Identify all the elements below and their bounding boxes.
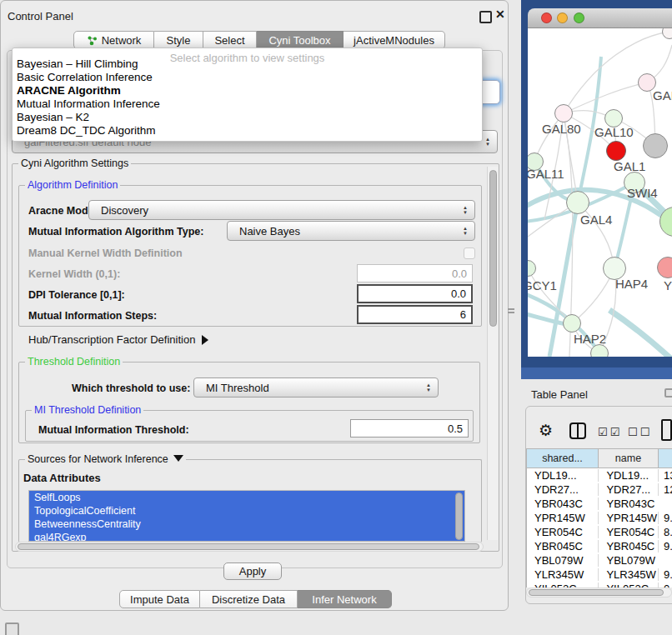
network-node-hap2[interactable] [563,314,581,332]
popup-item-dream8[interactable]: Dream8 DC_TDC Algorithm [17,124,156,138]
table-row[interactable]: YBR045CYBR045C9. [527,539,672,553]
tab-label: Infer Network [312,593,376,606]
mi-steps-field[interactable]: 6 [357,305,473,324]
popup-item-bayesian-hill-climbing[interactable]: Bayesian – Hill Climbing [17,58,138,71]
settings-horizontal-scrollbar[interactable] [15,542,484,552]
node-label-gal4: GAL4 [580,212,612,227]
close-icon[interactable]: ✕ [495,8,505,21]
attribute-item-gal4rgexp[interactable]: gal4RGexp [29,531,464,542]
tab-impute-data[interactable]: Impute Data [119,590,200,608]
dpi-tolerance-label: DPI Tolerance [0,1]: [28,289,125,301]
close-traffic-light[interactable] [541,12,552,23]
control-panel-title: Control Panel [8,10,73,22]
tab-network[interactable]: Network [73,31,154,49]
attribute-item-selfloops[interactable]: SelfLoops [29,491,464,504]
network-node-gray[interactable] [643,133,668,158]
node-label-gal80: GAL80 [542,122,581,136]
column-header-shared-name[interactable]: shared... [526,448,598,468]
table-horizontal-scrollbar-thumb[interactable] [529,589,664,596]
tab-label: Select [214,34,244,47]
hub-tf-definition-label: Hub/Transcription Factor Definition [28,333,195,346]
which-threshold-combo[interactable]: MI Threshold ▲▼ [193,378,439,398]
tab-cyni-toolbox[interactable]: Cyni Toolbox [257,31,344,49]
data-attributes-label: Data Attributes [23,472,101,484]
tab-select[interactable]: Select [203,31,257,49]
node-label-gal10: GAL10 [594,125,634,139]
tab-discretize-data[interactable]: Discretize Data [200,590,298,608]
data-attributes-list: SelfLoops TopologicalCoefficient Between… [28,490,465,542]
tab-infer-network[interactable]: Infer Network [298,590,392,608]
tab-label: jActiveMNodules [354,34,434,47]
dpi-tolerance-value: 0.0 [451,288,466,300]
combo-spinner-icon: ▲▼ [463,206,468,215]
column-header-partial[interactable] [658,448,672,468]
attribute-item-topologicalcoefficient[interactable]: TopologicalCoefficient [29,504,464,518]
table-row[interactable]: YIL052CYIL052C0. [527,582,672,588]
aracne-mode-value: Discovery [89,204,148,217]
network-node-gal80[interactable] [554,104,573,122]
network-icon [87,35,98,46]
gear-icon[interactable]: ⚙ [539,421,553,440]
dpi-tolerance-field[interactable]: 0.0 [357,284,473,303]
minimize-traffic-light[interactable] [557,12,568,23]
node-label-gal1: GAL1 [614,159,645,173]
list-scrollbar-thumb[interactable] [455,492,463,540]
popup-item-bayesian-k2[interactable]: Bayesian – K2 [17,111,89,124]
popup-item-aracne[interactable]: ARACNE Algorithm [17,84,121,98]
network-node-gal4[interactable] [566,191,589,214]
combo-spinner-icon: ▲▼ [463,227,468,236]
algorithm-popup: Select algorithm to view settings Bayesi… [12,48,483,142]
network-window-titlebar[interactable] [528,8,672,28]
column-header-name[interactable]: name [598,448,658,468]
mi-algorithm-type-combo[interactable]: Naive Bayes ▲▼ [227,221,475,241]
mi-threshold-label: Mutual Information Threshold: [38,424,189,436]
table-row[interactable]: YBL079WYBL079W [527,553,672,568]
columns-icon[interactable] [569,422,586,439]
tab-style[interactable]: Style [154,31,203,49]
tab-label: Impute Data [130,593,189,606]
node-label-gcy1: GCY1 [528,278,557,292]
network-node-gal1[interactable] [606,141,626,161]
mi-threshold-field[interactable]: 0.5 [350,419,469,438]
node-table: YDL19...YDL19...13 YDR27...YDR27...12 YB… [526,468,672,588]
table-row[interactable]: YER054CYER054C8. [527,525,672,539]
zoom-traffic-light[interactable] [574,12,584,23]
apply-button[interactable]: Apply [223,562,282,580]
table-panel-title: Table Panel [531,388,588,401]
hub-tf-definition-expander[interactable]: Hub/Transcription Factor Definition [28,333,208,346]
panel-splitter-handle[interactable] [508,307,514,315]
select-all-checkboxes-icon[interactable]: ☑☑ [598,426,622,438]
tab-label: Network [102,34,142,47]
table-row[interactable]: YDL19...YDL19...13 [527,468,672,482]
network-canvas[interactable]: GAL GAL80 GAL10 GAL1 GAL11 SWI4 GAL4 GCY… [528,28,672,357]
sources-group-title[interactable]: Sources for Network Inference [25,453,186,465]
float-window-icon[interactable] [479,11,492,23]
popup-item-mutual-information[interactable]: Mutual Information Inference [17,98,160,111]
table-panel-float-icon[interactable] [664,388,672,398]
popup-item-basic-correlation[interactable]: Basic Correlation Inference [17,71,153,84]
deselect-all-checkboxes-icon[interactable]: ☐☐ [628,426,652,438]
tab-label: Discretize Data [212,593,285,606]
table-horizontal-scrollbar[interactable] [526,588,672,598]
settings-horizontal-scrollbar-thumb[interactable] [18,543,479,550]
manual-kernel-width-label: Manual Kernel Width Definition [28,248,183,259]
tab-jactivemnodules[interactable]: jActiveMNodules [344,31,445,49]
collapsed-panel-icon[interactable] [5,622,19,635]
table-row[interactable]: YPR145WYPR145W9. [527,511,672,525]
aracne-mode-combo[interactable]: Discovery ▲▼ [88,200,475,220]
settings-vertical-scrollbar[interactable] [487,167,498,540]
which-threshold-value: MI Threshold [194,382,269,394]
settings-vertical-scrollbar-thumb[interactable] [489,170,497,327]
table-row[interactable]: YLR345WYLR345W9. [527,568,672,582]
kernel-width-field[interactable]: 0.0 [357,264,473,282]
which-threshold-label: Which threshold to use: [72,382,190,394]
tab-label: Cyni Toolbox [268,34,330,47]
apply-button-label: Apply [239,565,267,578]
table-row[interactable]: YDR27...YDR27...12 [527,482,672,497]
attribute-item-betweennesscentrality[interactable]: BetweennessCentrality [29,518,464,531]
manual-kernel-width-checkbox[interactable] [464,248,475,259]
document-icon[interactable] [661,419,672,441]
network-view-frame-bottom [521,368,672,379]
network-node-bottom[interactable] [590,344,609,357]
table-row[interactable]: YBR043CYBR043C [527,497,672,511]
